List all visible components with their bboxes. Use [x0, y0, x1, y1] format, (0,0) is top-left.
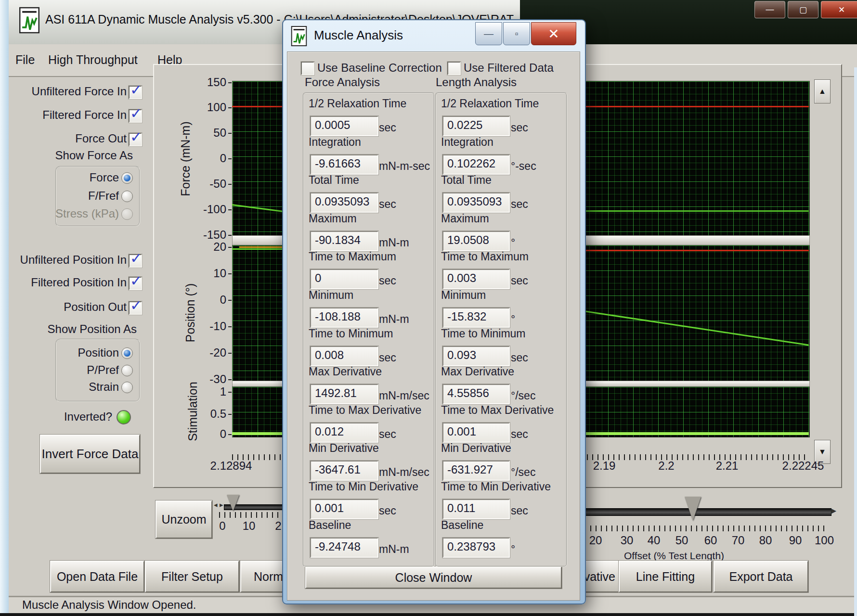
unzoom-button[interactable]: Unzoom — [156, 500, 212, 539]
time-slider-thumb[interactable] — [227, 495, 239, 511]
line-fitting-button[interactable]: Line Fitting — [619, 561, 712, 592]
field-label: Maximum — [441, 213, 561, 225]
check-icon: ✓ — [130, 251, 142, 266]
offset-slider-tick-label: 40 — [638, 534, 669, 547]
menu-high-throughput[interactable]: High Throughput — [48, 51, 138, 68]
offset-slider-tick-label: 100 — [809, 534, 840, 547]
field-unit: sec — [379, 505, 432, 517]
field-unit: mN-m — [379, 543, 432, 555]
radio-label-f-fref: F/Fref — [29, 190, 119, 202]
field-unit: mN-m/sec — [379, 466, 432, 478]
unfiltered-force-in-checkbox[interactable]: ✓ — [129, 86, 142, 99]
field-unit: sec — [511, 275, 564, 287]
field-label: Total Time — [309, 174, 429, 186]
ytick-mark — [228, 414, 232, 415]
radio-label-strain: Strain — [29, 381, 119, 393]
radio-label-force: Force — [29, 171, 119, 184]
force-out-checkbox[interactable]: ✓ — [129, 133, 142, 146]
check-icon: ✓ — [130, 130, 142, 144]
dialog-maximize-button[interactable]: ▫ — [503, 22, 530, 45]
slider-fine-right-icon[interactable]: ▸ — [220, 500, 223, 509]
radio-position[interactable] — [121, 347, 133, 359]
filter-setup-button[interactable]: Filter Setup — [145, 561, 239, 592]
field-unit: mN-m — [379, 237, 432, 249]
field-unit: sec — [379, 352, 432, 364]
offset-slider-tick-label: 30 — [611, 534, 642, 547]
offset-slider-thumb[interactable] — [685, 497, 701, 521]
close-window-button[interactable]: ✕ — [821, 1, 857, 18]
field-unit: ° — [511, 237, 564, 249]
use-baseline-correction-label: Use Baseline Correction — [317, 62, 442, 74]
force-analysis-header: Force Analysis — [305, 76, 430, 89]
minimize-window-button[interactable]: — — [754, 1, 785, 18]
field-label: Min Derivative — [441, 442, 561, 454]
field-unit: sec — [511, 352, 564, 364]
filtered-position-in-checkbox[interactable]: ✓ — [129, 277, 142, 290]
radio-p-pref[interactable] — [121, 365, 133, 376]
field-label: Maximum — [309, 213, 429, 225]
field-value: 0.238793 — [442, 538, 510, 558]
show-force-as-label: Show Force As — [0, 149, 133, 162]
force-ytick-label: -50 — [169, 178, 226, 190]
dialog-close-button[interactable]: ✕ — [531, 22, 576, 45]
open-data-file-button[interactable]: Open Data File — [50, 561, 144, 592]
radio-force[interactable] — [121, 172, 133, 184]
close-window-button[interactable]: Close Window — [305, 566, 562, 589]
unfiltered-position-in-checkbox[interactable]: ✓ — [129, 254, 142, 268]
slider-fine-left-icon[interactable]: ◂ — [214, 500, 218, 509]
use-filtered-data-checkbox[interactable] — [447, 62, 461, 75]
invert-force-data-button[interactable]: Invert Force Data — [40, 435, 140, 474]
radio-f-fref[interactable] — [121, 191, 133, 202]
field-value: -9.61663 — [310, 154, 378, 175]
check-icon: ✓ — [130, 298, 142, 313]
ytick-mark — [228, 158, 232, 159]
scroll-up-button[interactable]: ▲ — [814, 79, 831, 103]
menu-file[interactable]: File — [15, 51, 35, 68]
field-value: 0.093 — [442, 346, 510, 366]
field-label: Total Time — [441, 174, 561, 186]
force-ytick-label: 0 — [169, 152, 226, 165]
maximize-window-button[interactable]: ▢ — [788, 1, 818, 18]
field-label: Time to Maximum — [441, 251, 561, 263]
window-controls: —▢✕ — [754, 1, 857, 18]
stimulation-ytick-label: 1 — [169, 385, 226, 398]
position-ytick-label: 10 — [169, 267, 226, 280]
offset-slider-tick-label: 70 — [723, 534, 753, 547]
field-value: -108.188 — [310, 308, 378, 328]
position-ytick-label: -30 — [169, 373, 226, 385]
position-out-trace-right — [584, 250, 809, 251]
export-data-button[interactable]: Export Data — [714, 561, 808, 592]
field-value: 0.0935093 — [442, 192, 510, 213]
position-out-checkbox[interactable]: ✓ — [129, 301, 142, 315]
use-baseline-correction-checkbox[interactable] — [301, 62, 314, 75]
field-unit: sec — [511, 198, 564, 210]
time-slider-ticks — [219, 512, 282, 518]
field-value: 0.012 — [310, 423, 378, 443]
use-filtered-data-label: Use Filtered Data — [464, 62, 554, 74]
stimulation-ytick-label: 0.5 — [169, 408, 226, 420]
field-value: 0.003 — [442, 269, 510, 289]
ytick-mark — [228, 209, 232, 210]
field-unit: sec — [511, 122, 564, 134]
radio-strain[interactable] — [121, 382, 133, 393]
field-unit: sec — [379, 122, 432, 134]
offset-slider-track[interactable] — [584, 508, 831, 516]
dialog-minimize-button[interactable]: — — [475, 22, 502, 45]
field-unit: °-sec — [511, 160, 564, 172]
check-icon: ✓ — [130, 83, 142, 97]
inverted-label: Inverted? — [0, 411, 112, 423]
desktop-edge-right — [854, 67, 857, 616]
show-position-as-label: Show Position As — [0, 323, 137, 335]
field-value: 19.0508 — [442, 231, 510, 251]
field-value: 0 — [310, 269, 378, 289]
field-unit: mN-m — [379, 313, 432, 325]
field-label: Time to Maximum — [309, 251, 429, 263]
field-label: Min Derivative — [309, 442, 429, 454]
dialog-body: Use Baseline Correction Use Filtered Dat… — [287, 51, 580, 601]
force-ytick-label: -150 — [169, 229, 226, 241]
screen: ASI 611A Dynamic Muscle Analysis v5.300 … — [0, 0, 857, 616]
field-value: -631.927 — [442, 461, 510, 481]
field-value: 0.001 — [442, 423, 510, 443]
filtered-force-in-checkbox[interactable]: ✓ — [129, 109, 142, 123]
slider-end-arrow-icon[interactable]: ▸ — [831, 504, 836, 517]
